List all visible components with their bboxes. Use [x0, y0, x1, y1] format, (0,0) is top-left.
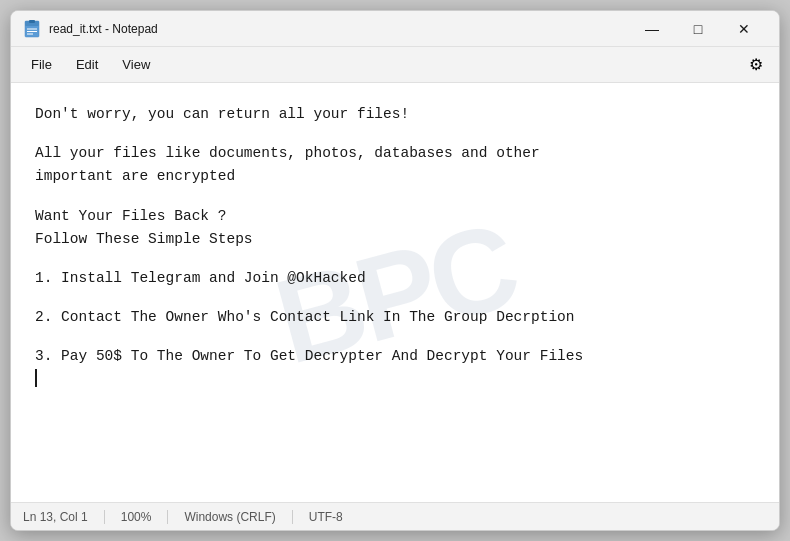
window-title: read_it.txt - Notepad: [49, 22, 629, 36]
menu-edit[interactable]: Edit: [64, 53, 110, 76]
title-bar: read_it.txt - Notepad — □ ✕: [11, 11, 779, 47]
line-1: Don't worry, you can return all your fil…: [35, 103, 755, 126]
line-5: 2. Contact The Owner Who's Contact Link …: [35, 306, 755, 329]
cursor-line: [35, 369, 755, 387]
cursor-position: Ln 13, Col 1: [23, 510, 105, 524]
line-6: 3. Pay 50$ To The Owner To Get Decrypter…: [35, 345, 755, 368]
minimize-button[interactable]: —: [629, 13, 675, 45]
menu-bar: File Edit View ⚙: [11, 47, 779, 83]
line-ending: Windows (CRLF): [168, 510, 292, 524]
menu-view[interactable]: View: [110, 53, 162, 76]
notepad-window: read_it.txt - Notepad — □ ✕ File Edit Vi…: [10, 10, 780, 531]
line-2: All your files like documents, photos, d…: [35, 142, 755, 188]
text-editor-area[interactable]: BPC Don't worry, you can return all your…: [11, 83, 779, 502]
text-cursor: [35, 369, 37, 387]
notepad-icon: [23, 20, 41, 38]
text-content: Don't worry, you can return all your fil…: [35, 103, 755, 387]
menu-file[interactable]: File: [19, 53, 64, 76]
settings-icon[interactable]: ⚙: [741, 51, 771, 78]
line-3: Want Your Files Back ? Follow These Simp…: [35, 205, 755, 251]
encoding: UTF-8: [293, 510, 359, 524]
close-button[interactable]: ✕: [721, 13, 767, 45]
maximize-button[interactable]: □: [675, 13, 721, 45]
status-bar: Ln 13, Col 1 100% Windows (CRLF) UTF-8: [11, 502, 779, 530]
zoom-level: 100%: [105, 510, 169, 524]
line-4: 1. Install Telegram and Join @OkHacked: [35, 267, 755, 290]
window-controls: — □ ✕: [629, 13, 767, 45]
svg-rect-5: [29, 20, 35, 23]
